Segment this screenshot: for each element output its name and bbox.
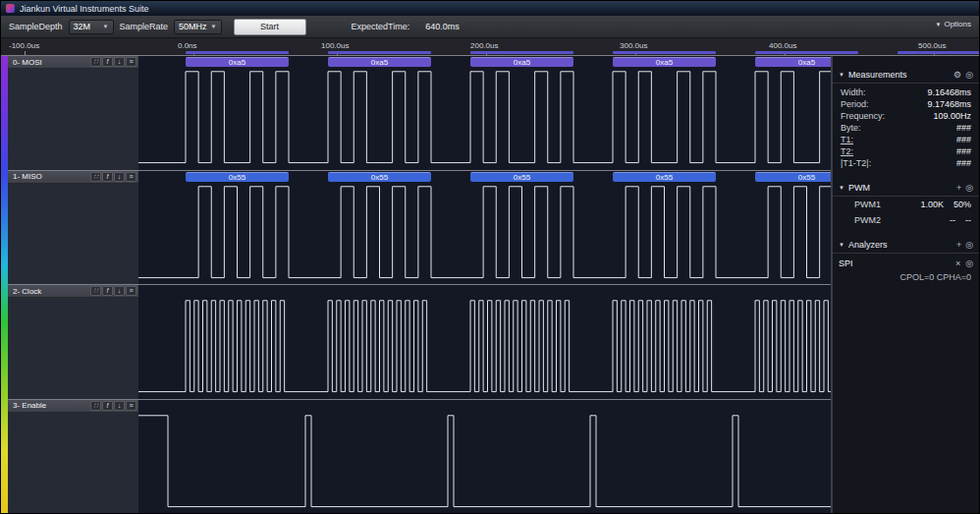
grip-button[interactable]: ∷ [90, 286, 101, 296]
menu-button[interactable]: ≡ [126, 401, 136, 411]
trigger-button[interactable]: f [102, 57, 113, 67]
ruler-tick-label: 0.0ns [178, 41, 197, 50]
waveform-rows: 0- MOSI∷f↓≡0xa50xa50xa50xa50xa51- MISO∷f… [1, 56, 831, 513]
expected-time-value: 640.0ms [425, 22, 460, 31]
edge-button[interactable]: ↓ [114, 57, 125, 67]
close-icon[interactable]: × [955, 258, 960, 268]
channel-color-strip [1, 56, 8, 513]
ruler-tick-label: 500.0us [918, 41, 946, 50]
measurement-row: Frequency:109.00Hz [833, 110, 979, 122]
measurement-value: ### [956, 157, 971, 169]
measurement-label: Period: [841, 98, 869, 110]
measurement-label: |T1-T2|: [841, 157, 871, 169]
add-icon[interactable]: + [956, 183, 961, 193]
waveform-trace [138, 72, 831, 163]
chevron-down-icon: ▼ [103, 24, 109, 29]
byte-annotation: 0x55 [470, 172, 573, 182]
pwm-name[interactable]: PWM1 [854, 199, 881, 210]
eye-icon[interactable]: ◎ [965, 258, 973, 268]
byte-annotation: 0x55 [613, 172, 716, 182]
collapse-icon: ▼ [839, 242, 844, 248]
ruler-tick-label: -100.0us [9, 41, 39, 50]
sample-depth-value: 32M [74, 22, 91, 31]
window-title: Jiankun Virtual Instruments Suite [20, 4, 148, 14]
channel-waveform[interactable]: 0x550x550x550x550x55 [138, 171, 831, 285]
waveform-svg [138, 171, 831, 285]
trigger-button[interactable]: f [102, 172, 113, 182]
ruler-tick-label: 200.0us [470, 41, 498, 50]
channel-row-3: 3- Enable∷f↓≡ [1, 399, 831, 514]
trigger-button[interactable]: f [102, 401, 113, 411]
analyzer-name: SPI [839, 258, 853, 268]
channel-waveform[interactable]: 0xa50xa50xa50xa50xa5 [138, 56, 831, 170]
pwm-duty: 50% [953, 199, 971, 210]
byte-marker-segment [898, 51, 979, 54]
gear-icon[interactable]: ⚙ [953, 70, 961, 80]
eye-icon[interactable]: ◎ [965, 183, 973, 193]
collapse-icon: ▼ [839, 185, 844, 191]
sample-depth-select[interactable]: 32M ▼ [69, 20, 114, 34]
byte-marker-segment [613, 51, 716, 54]
analyzer-item[interactable]: SPI×◎ [833, 254, 979, 270]
options-label: Options [944, 20, 971, 29]
trigger-button[interactable]: f [102, 286, 113, 296]
app-window: Jiankun Virtual Instruments Suite Sample… [0, 0, 980, 514]
waveform-svg [138, 56, 831, 170]
byte-marker-segment [186, 51, 289, 54]
channel-header-buttons: ∷f↓≡ [90, 286, 136, 296]
measurement-value: ### [956, 145, 971, 157]
sample-rate-label: SampleRate [120, 22, 169, 31]
measurement-value: ### [956, 134, 971, 145]
pwm-row: PWM11.00K50% [833, 197, 979, 212]
channel-waveform[interactable] [138, 285, 831, 399]
menu-button[interactable]: ≡ [126, 172, 136, 182]
grip-button[interactable]: ∷ [90, 57, 101, 67]
menu-button[interactable]: ≡ [126, 57, 136, 67]
measurement-label[interactable]: T1: [841, 134, 853, 145]
pwm-header[interactable]: ▼ PWM + ◎ [833, 181, 979, 197]
edge-button[interactable]: ↓ [114, 401, 125, 411]
expected-time-label: ExpectedTime: [352, 22, 410, 31]
byte-annotation: 0x55 [328, 172, 431, 182]
waveform-trace [138, 415, 831, 506]
options-button[interactable]: ▼ Options [935, 20, 971, 29]
measurement-label[interactable]: T2: [841, 145, 853, 157]
channel-header-buttons: ∷f↓≡ [90, 172, 136, 182]
edge-button[interactable]: ↓ [114, 172, 125, 182]
start-button[interactable]: Start [234, 19, 306, 35]
byte-marker-segment [755, 51, 858, 54]
sample-rate-value: 50MHz [179, 22, 207, 31]
channel-waveform[interactable] [138, 400, 831, 514]
chevron-down-icon: ▼ [211, 24, 217, 29]
pwm-title: PWM [848, 183, 870, 193]
sample-rate-select[interactable]: 50MHz ▼ [174, 20, 221, 34]
add-icon[interactable]: + [956, 240, 961, 250]
waveform-svg [138, 285, 831, 399]
measurement-value: ### [956, 122, 971, 134]
side-panel: ▼ Measurements ⚙ ◎ Width:9.16468msPeriod… [831, 56, 979, 513]
grip-button[interactable]: ∷ [90, 172, 101, 182]
pwm-list: PWM11.00K50%PWM2---- [833, 197, 979, 228]
channel-header: 3- Enable∷f↓≡ [8, 400, 138, 413]
pwm-row: PWM2---- [833, 212, 979, 228]
measurement-value: 9.17468ms [927, 98, 971, 110]
measurements-header[interactable]: ▼ Measurements ⚙ ◎ [833, 68, 979, 84]
pwm-values: 1.00K50% [920, 199, 971, 210]
waveform-svg [138, 400, 831, 514]
grip-button[interactable]: ∷ [90, 401, 101, 411]
menu-button[interactable]: ≡ [126, 286, 136, 296]
pwm-name[interactable]: PWM2 [854, 214, 881, 226]
channel-row-2: 2- Clock∷f↓≡ [1, 284, 831, 399]
channel-header: 1- MISO∷f↓≡ [8, 171, 138, 184]
collapse-icon: ▼ [839, 72, 844, 78]
byte-marker-segment [470, 51, 573, 54]
timeline-ruler[interactable]: -100.0us0.0ns100.0us200.0us300.0us400.0u… [1, 38, 979, 56]
measurement-row: Width:9.16468ms [833, 86, 979, 98]
eye-icon[interactable]: ◎ [965, 240, 973, 250]
eye-icon[interactable]: ◎ [965, 70, 973, 80]
analyzers-header[interactable]: ▼ Analyzers + ◎ [833, 238, 979, 254]
ruler-tick-label: 300.0us [620, 41, 647, 50]
edge-button[interactable]: ↓ [114, 286, 125, 296]
measurement-row: Period:9.17468ms [833, 98, 979, 110]
titlebar[interactable]: Jiankun Virtual Instruments Suite [1, 1, 979, 16]
